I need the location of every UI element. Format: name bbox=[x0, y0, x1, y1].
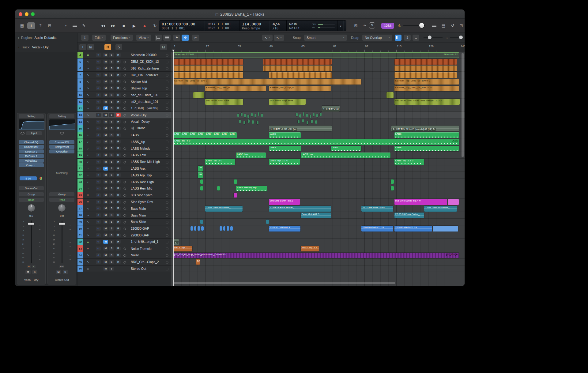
region[interactable] bbox=[306, 114, 308, 117]
region[interactable]: KSHMR_Top_Loop_09_100.12↻ bbox=[394, 86, 459, 92]
plugin-slot[interactable]: Channel EQ bbox=[19, 140, 44, 144]
scissors-tool-button[interactable]: ✂ bbox=[192, 35, 199, 41]
region[interactable]: KSHMR_Top_Loop_0 bbox=[205, 86, 266, 92]
region[interactable]: LABS bbox=[269, 132, 301, 138]
solo-button[interactable]: S bbox=[109, 86, 114, 90]
record-arm-button[interactable]: R bbox=[116, 80, 121, 84]
track-inspector-header[interactable]: › Track: Vocal - Dry bbox=[15, 43, 77, 52]
hide-tracks-button[interactable]: H bbox=[104, 44, 111, 50]
solo-button[interactable]: S bbox=[109, 160, 114, 164]
region[interactable] bbox=[217, 186, 220, 190]
pointer-tool-menu[interactable]: ↖∨ bbox=[262, 35, 273, 41]
track-row[interactable]: 13∿○MSRVocal - Dry bbox=[77, 112, 171, 119]
automation-mode-slot[interactable]: Read bbox=[19, 198, 44, 202]
mute-button[interactable]: M bbox=[103, 73, 108, 77]
snap-select[interactable]: Smart∨ bbox=[304, 35, 347, 41]
track-row[interactable]: 35∿○MSRBRS_Cro...Claps_2 bbox=[77, 259, 171, 266]
record-arm-button[interactable]: R bbox=[116, 213, 121, 217]
power-button[interactable]: ○ bbox=[96, 213, 101, 217]
play-button[interactable]: ▶ bbox=[130, 22, 139, 29]
region[interactable]: LAB bbox=[229, 132, 237, 138]
region[interactable]: LABS bbox=[394, 146, 459, 152]
stop-button[interactable]: ■ bbox=[119, 22, 128, 29]
mute-button[interactable]: M bbox=[103, 213, 108, 217]
track-row[interactable]: 15∿○MSR네~ Drone bbox=[77, 125, 171, 132]
pan-knob[interactable] bbox=[27, 204, 35, 212]
region[interactable]: 22.03.09 Funk Guitar_ bbox=[394, 213, 424, 218]
track-row[interactable]: 24♪○MSRLABS Rev. Mid bbox=[77, 185, 171, 192]
track-row[interactable]: 9∿○MSRShaker Top bbox=[77, 85, 171, 92]
track-row[interactable]: 30∿○MSR220830 GAP bbox=[77, 225, 171, 232]
zoom-slider-knob[interactable] bbox=[459, 36, 463, 39]
region[interactable] bbox=[200, 220, 203, 224]
track-lane[interactable] bbox=[171, 259, 465, 266]
mute-button[interactable]: M bbox=[103, 60, 108, 64]
marquee-tool-button[interactable]: ✛ bbox=[182, 35, 189, 41]
track-lane[interactable] bbox=[171, 266, 465, 272]
solo-button[interactable]: S bbox=[109, 220, 114, 224]
stereo-format-icon[interactable] bbox=[60, 132, 64, 134]
power-button[interactable]: ○ bbox=[96, 133, 101, 137]
region[interactable]: KSHMR_Top_Loop_09_100.9↻ bbox=[394, 79, 459, 85]
note-pads-button[interactable]: ▤ bbox=[439, 22, 447, 29]
region[interactable] bbox=[173, 66, 243, 71]
arrange-area[interactable]: Sidechain 220809Sidechain 22KSHMR_Top_Lo… bbox=[171, 52, 465, 286]
record-arm-button[interactable]: R bbox=[116, 233, 121, 237]
region[interactable]: jh2_110_kit_loop_cartel_percussion_C#min… bbox=[173, 253, 459, 258]
solo-button[interactable]: S bbox=[109, 133, 114, 137]
region[interactable] bbox=[394, 66, 457, 71]
record-arm-button[interactable]: R bbox=[116, 186, 121, 190]
region[interactable]: 80s Sine Synth_bip.1 bbox=[269, 199, 300, 205]
solo-button[interactable]: S bbox=[109, 80, 114, 84]
group-slot[interactable]: Group bbox=[49, 192, 74, 196]
region[interactable] bbox=[220, 226, 222, 231]
mute-button[interactable]: M bbox=[103, 200, 108, 204]
input-slot[interactable]: Input bbox=[26, 131, 42, 135]
region[interactable] bbox=[433, 226, 458, 232]
mute-button[interactable]: M bbox=[103, 106, 108, 110]
mute-button[interactable]: M bbox=[103, 240, 108, 244]
solo-button[interactable]: S bbox=[109, 60, 114, 64]
power-button[interactable]: ○ bbox=[96, 146, 101, 150]
edit-menu[interactable]: Edit∨ bbox=[92, 35, 106, 41]
mute-button[interactable]: M bbox=[103, 227, 108, 231]
region[interactable] bbox=[200, 179, 203, 184]
track-row[interactable]: 10∿○MSRcd2_dru...hats_100 bbox=[77, 92, 171, 99]
region[interactable] bbox=[201, 226, 204, 231]
mute-button[interactable]: M bbox=[103, 80, 108, 84]
region[interactable]: cd2_drum_loop_silve bbox=[205, 99, 243, 105]
region[interactable]: LABS_bip_2↻ bbox=[205, 159, 235, 165]
plugin-slot[interactable]: Compressor bbox=[49, 145, 74, 149]
power-button[interactable]: ○ bbox=[96, 233, 101, 237]
volume-fader[interactable] bbox=[59, 223, 65, 225]
mute-button[interactable]: M bbox=[103, 113, 108, 117]
brush-tool-button[interactable]: ✑ bbox=[360, 22, 368, 29]
record-arm-button[interactable]: R bbox=[116, 173, 121, 177]
power-button[interactable]: ○ bbox=[96, 113, 101, 117]
power-button[interactable]: ○ bbox=[96, 186, 101, 190]
timeline-ruler[interactable]: 1173349658197113129145 bbox=[171, 43, 465, 52]
mute-button[interactable]: M bbox=[103, 66, 108, 70]
solo-button[interactable]: S bbox=[109, 126, 114, 130]
solo-button[interactable]: S bbox=[109, 113, 114, 117]
power-button[interactable]: ○ bbox=[96, 66, 101, 70]
solo-button[interactable]: S bbox=[109, 253, 114, 257]
power-button[interactable]: ○ bbox=[96, 73, 101, 77]
quick-help-button[interactable]: ? bbox=[36, 22, 44, 29]
horizontal-zoom-slider[interactable] bbox=[450, 37, 463, 38]
record-arm-button[interactable]: R bbox=[116, 140, 121, 144]
solo-button[interactable]: S bbox=[109, 247, 114, 251]
loop-browser-button[interactable]: ↺ bbox=[449, 22, 457, 29]
power-button[interactable]: ○ bbox=[96, 253, 101, 257]
command-click-tool-menu[interactable]: ↖∨ bbox=[274, 35, 284, 41]
send-slot[interactable]: B 10 bbox=[20, 176, 37, 180]
solo-button[interactable]: S bbox=[109, 140, 114, 144]
region[interactable] bbox=[263, 66, 332, 71]
region[interactable] bbox=[298, 120, 300, 123]
horizontal-scrollbar[interactable] bbox=[173, 282, 395, 284]
record-arm-button[interactable]: R bbox=[116, 113, 121, 117]
record-arm-button[interactable]: R bbox=[116, 247, 121, 251]
power-button[interactable]: ○ bbox=[96, 200, 101, 204]
power-button[interactable]: ○ bbox=[96, 160, 101, 164]
plugin-slot[interactable]: DeEsser 2 bbox=[19, 154, 44, 158]
